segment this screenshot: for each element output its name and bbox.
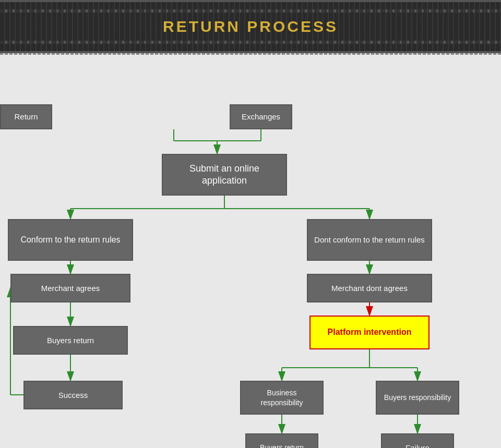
box-merchant-dont: Merchant dont agrees <box>307 274 432 302</box>
box-dont-conform: Dont conform to the return rules <box>307 219 432 261</box>
box-buyers-responsibility: Buyers responsibility <box>376 381 459 415</box>
box-exchanges: Exchanges <box>230 104 292 129</box>
page-wrapper: RETURN PROCESS <box>0 0 501 448</box>
box-platform-intervention: Platform intervention <box>309 316 430 349</box>
box-buyers-return-bottom: Buyers return <box>245 433 318 448</box>
box-merchant-agrees: Merchant agrees <box>10 274 130 302</box>
box-success: Success <box>23 381 123 409</box>
flowchart: Return Exchanges Submit an online applic… <box>0 55 501 448</box>
box-conform: Conform to the return rules <box>8 219 133 261</box>
box-failure: Failure <box>381 433 454 448</box>
header-banner: RETURN PROCESS <box>0 0 501 53</box>
box-business-responsibility: Business responsibility <box>240 381 324 415</box>
box-return: Return <box>0 104 52 129</box>
page-title: RETURN PROCESS <box>163 18 338 35</box>
box-buyers-return-left: Buyers return <box>13 326 128 355</box>
box-submit: Submit an online application <box>162 154 287 196</box>
filmstrip-bottom <box>0 41 501 44</box>
